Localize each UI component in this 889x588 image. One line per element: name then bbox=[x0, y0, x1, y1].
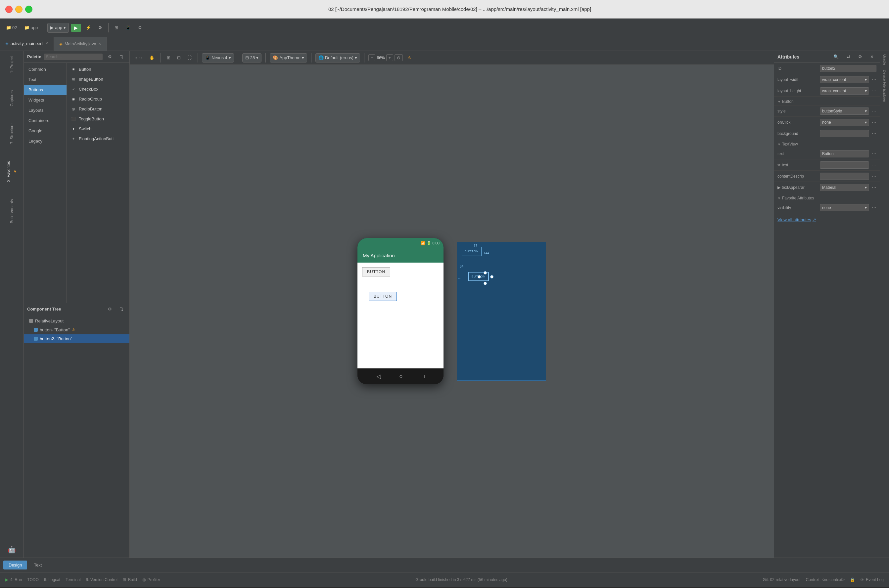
minimize-button[interactable] bbox=[15, 6, 23, 13]
tab-activity-main-xml[interactable]: ◈ activity_main.xml ✕ bbox=[0, 37, 54, 51]
ct-item-relativelayout[interactable]: RelativeLayout bbox=[24, 316, 129, 326]
ct-item-button2[interactable]: button2- "Button" bbox=[24, 334, 129, 343]
attr-contentdescrip-value[interactable] bbox=[820, 172, 869, 180]
tab-close-icon2[interactable]: ✕ bbox=[98, 42, 101, 46]
palette-item-togglebutton[interactable]: ⬛ ToggleButton bbox=[67, 114, 129, 124]
status-profiler-item[interactable]: ◎ Profiler bbox=[142, 578, 160, 582]
theme-selector[interactable]: 🎨 AppTheme ▾ bbox=[270, 53, 307, 63]
app-config-dropdown[interactable]: ▶ app ▾ bbox=[47, 23, 69, 33]
maximize-button[interactable] bbox=[25, 6, 32, 13]
palette-cat-text[interactable]: Text bbox=[24, 74, 66, 85]
phone-button2[interactable]: BUTTON bbox=[369, 292, 397, 301]
palette-item-button[interactable]: ■ Button bbox=[67, 64, 129, 74]
attr-contentdescrip-dots[interactable]: ⋯ bbox=[872, 174, 876, 179]
back-nav-icon[interactable]: ◁ bbox=[376, 373, 381, 380]
attr-textappear-dropdown[interactable]: Material ▾ bbox=[820, 184, 869, 191]
ct-item-button1[interactable]: button- "Button" ⚠ bbox=[24, 326, 129, 334]
home-nav-icon[interactable]: ○ bbox=[399, 373, 403, 380]
palette-cat-legacy[interactable]: Legacy bbox=[24, 136, 66, 146]
palette-item-checkbox[interactable]: ✓ CheckBox bbox=[67, 84, 129, 94]
attr-style-dots[interactable]: ⋯ bbox=[872, 108, 876, 114]
palette-item-fab[interactable]: + FloatingActionButt bbox=[67, 134, 129, 144]
palette-cat-containers[interactable]: Containers bbox=[24, 116, 66, 126]
close-button[interactable] bbox=[5, 6, 13, 13]
device-file-sidebar-label[interactable]: Device File Explorer bbox=[882, 69, 887, 104]
tab-close-icon[interactable]: ✕ bbox=[45, 41, 48, 46]
tab-text[interactable]: Text bbox=[29, 561, 47, 570]
select-mode-btn[interactable]: ↕ ↔ bbox=[133, 54, 144, 62]
attr-search-btn[interactable]: 🔍 bbox=[831, 53, 841, 60]
attr-layout-width-dropdown[interactable]: wrap_content ▾ bbox=[820, 76, 869, 83]
sdk-manager-btn[interactable]: ⊞ bbox=[112, 24, 121, 32]
favorites-panel-label[interactable]: 2: Favorites ★ bbox=[5, 159, 19, 184]
device-selector[interactable]: 📱 Nexus 4 ▾ bbox=[202, 53, 234, 63]
palette-item-radiobutton[interactable]: ◎ RadioButton bbox=[67, 104, 129, 114]
attr-id-value[interactable] bbox=[820, 65, 876, 72]
design-view-btn[interactable]: ⊞ bbox=[165, 54, 173, 62]
attr-background-value[interactable] bbox=[820, 130, 869, 137]
attr-onclick-dropdown[interactable]: none ▾ bbox=[820, 119, 869, 126]
palette-cat-google[interactable]: Google bbox=[24, 126, 66, 136]
attr-bg-dots[interactable]: ⋯ bbox=[872, 131, 876, 136]
attr-text-input[interactable] bbox=[822, 152, 867, 156]
view-all-attributes-link[interactable]: View all attributes ↗ bbox=[774, 213, 880, 226]
avd-manager-btn[interactable]: 📱 bbox=[123, 24, 133, 32]
captures-panel-label[interactable]: Captures bbox=[8, 88, 15, 108]
status-run-item[interactable]: ▶ 4: Run bbox=[5, 578, 22, 582]
palette-cat-widgets[interactable]: Widgets bbox=[24, 95, 66, 105]
attr-width-dots[interactable]: ⋯ bbox=[872, 77, 876, 82]
locale-selector[interactable]: 🌐 Default (en-us) ▾ bbox=[316, 53, 360, 63]
palette-cat-layouts[interactable]: Layouts bbox=[24, 105, 66, 116]
attr-text-value[interactable] bbox=[820, 150, 869, 158]
attr-style-dropdown[interactable]: buttonStyle ▾ bbox=[820, 108, 869, 115]
attr-config-btn[interactable]: ⚙ bbox=[856, 53, 865, 60]
zoom-in-btn[interactable]: + bbox=[386, 54, 394, 61]
settings-btn[interactable]: ⚙ bbox=[135, 24, 144, 32]
app-module-btn[interactable]: 📁 app bbox=[21, 24, 41, 32]
attr-collapse-btn[interactable]: ✕ bbox=[868, 53, 876, 60]
palette-cat-buttons[interactable]: Buttons bbox=[24, 85, 66, 95]
status-todo-item[interactable]: TODO bbox=[27, 578, 38, 582]
palette-item-imagebutton[interactable]: ⊞ ImageButton bbox=[67, 74, 129, 84]
palette-sort-btn[interactable]: ⇅ bbox=[117, 53, 126, 60]
tab-mainactivity-java[interactable]: ◈ MainActivity.java ✕ bbox=[54, 37, 107, 51]
attr-id-input[interactable] bbox=[822, 66, 874, 71]
phone-button1[interactable]: BUTTON bbox=[362, 267, 390, 276]
ct-config-btn[interactable]: ⚙ bbox=[105, 305, 114, 313]
zoom-out-btn[interactable]: − bbox=[369, 54, 376, 61]
ct-sort-btn[interactable]: ⇅ bbox=[117, 305, 126, 313]
api-selector[interactable]: ⊞ 28 ▾ bbox=[242, 53, 262, 63]
bp-handle-left[interactable] bbox=[478, 275, 481, 279]
attr-height-dots[interactable]: ⋯ bbox=[872, 88, 876, 94]
palette-cat-common[interactable]: Common bbox=[24, 64, 66, 74]
status-event-log-item[interactable]: ③ Event Log bbox=[860, 578, 884, 582]
palette-item-switch[interactable]: ● Switch bbox=[67, 124, 129, 134]
tab-design[interactable]: Design bbox=[3, 561, 27, 570]
status-logcat-item[interactable]: 6: Logcat bbox=[44, 578, 60, 582]
attr-textappear-dots[interactable]: ⋯ bbox=[872, 185, 876, 190]
palette-item-radiogroup[interactable]: ◉ RadioGroup bbox=[67, 94, 129, 104]
bp-handle-top[interactable] bbox=[484, 271, 487, 274]
status-terminal-item[interactable]: Terminal bbox=[66, 578, 80, 582]
code-view-btn[interactable]: ⛶ bbox=[185, 54, 194, 62]
attr-visibility-dots[interactable]: ⋯ bbox=[872, 205, 876, 210]
structure-panel-label[interactable]: 7: Structure bbox=[8, 122, 15, 146]
palette-search-input[interactable] bbox=[44, 54, 102, 60]
warning-btn[interactable]: ⚠ bbox=[405, 54, 414, 62]
build-variants-panel-label[interactable]: Build Variants bbox=[8, 197, 15, 225]
profile-btn[interactable]: ⚙ bbox=[96, 24, 105, 32]
bp-handle-bottom[interactable] bbox=[484, 282, 487, 285]
project-btn[interactable]: 📁 02 bbox=[3, 24, 20, 32]
palette-config-btn[interactable]: ⚙ bbox=[105, 53, 114, 60]
pan-mode-btn[interactable]: ✋ bbox=[147, 54, 156, 62]
attr-onclick-dots[interactable]: ⋯ bbox=[872, 120, 876, 125]
attr-text-edit-value[interactable] bbox=[820, 161, 869, 169]
project-panel-label[interactable]: 1: Project bbox=[8, 54, 15, 75]
attr-textedit-dots[interactable]: ⋯ bbox=[872, 162, 876, 168]
attr-view-toggle-btn[interactable]: ⇄ bbox=[844, 53, 853, 60]
status-build-item[interactable]: ⊞ Build bbox=[123, 578, 137, 582]
attr-visibility-dropdown[interactable]: none ▾ bbox=[820, 204, 869, 212]
bp-handle-right[interactable] bbox=[490, 275, 493, 279]
attr-layout-height-dropdown[interactable]: wrap_content ▾ bbox=[820, 87, 869, 94]
zoom-fit-btn[interactable]: ⊙ bbox=[394, 54, 403, 61]
